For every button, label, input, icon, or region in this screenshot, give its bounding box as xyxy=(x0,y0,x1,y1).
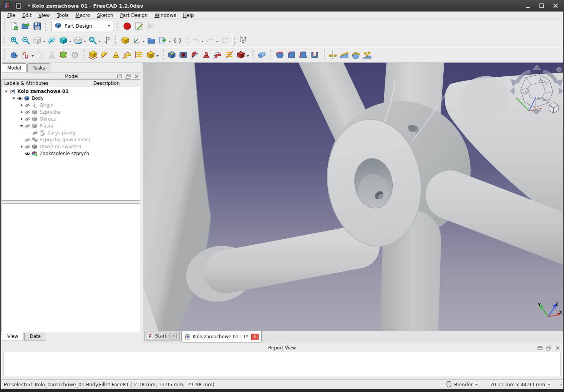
tree-column-description[interactable]: Description xyxy=(91,80,140,87)
mirrored-button[interactable] xyxy=(327,49,338,61)
link-actions-button[interactable] xyxy=(157,35,169,46)
nav-style-selector[interactable]: Blender xyxy=(454,382,473,387)
create-body-button[interactable] xyxy=(8,49,20,61)
menu-view[interactable]: View xyxy=(35,12,53,18)
expander-open-icon[interactable] xyxy=(12,96,17,101)
tree-item-kolo-zamachowe-01[interactable]: Kolo zamachowe 01 xyxy=(2,88,140,95)
title-bar[interactable]: * Kolo zamachowe 01 - FreeCAD 1.2.0dev xyxy=(0,0,564,12)
menu-part-design[interactable]: Part Design xyxy=(117,12,151,18)
eye-hidden-icon[interactable] xyxy=(25,103,32,108)
toolbar-handle[interactable] xyxy=(117,22,119,31)
menu-sketch[interactable]: Sketch xyxy=(93,12,116,18)
draft-button[interactable] xyxy=(297,49,309,61)
menu-tools[interactable]: Tools xyxy=(53,12,72,18)
additive-helix-button[interactable] xyxy=(133,49,145,61)
save-document-button[interactable] xyxy=(32,20,43,32)
undo-button[interactable] xyxy=(190,35,201,46)
subtractive-loft-button[interactable] xyxy=(201,49,212,61)
validate-sketch-button[interactable] xyxy=(58,49,69,61)
eye-hidden-icon[interactable] xyxy=(25,137,32,143)
linear-pattern-button[interactable] xyxy=(338,49,350,61)
redo-dropdown-arrow[interactable] xyxy=(216,41,218,43)
link-actions-dropdown-arrow[interactable] xyxy=(169,41,171,43)
pocket-button[interactable] xyxy=(166,49,177,61)
close-tab-button[interactable]: ✕ xyxy=(169,333,177,339)
redo-button[interactable] xyxy=(204,35,216,46)
tree-item-origin[interactable]: Origin xyxy=(2,102,140,109)
tree-item-body[interactable]: Body xyxy=(2,95,140,102)
expressions-button[interactable]: { } xyxy=(172,35,183,46)
coordinate-system-dropdown-arrow[interactable] xyxy=(143,41,145,43)
tree-item-otwor-na-sworzen[interactable]: Otwor na sworzen xyxy=(2,143,140,150)
thickness-button[interactable] xyxy=(309,49,320,61)
macro-dialog-button[interactable] xyxy=(133,20,144,32)
toolbar-handle[interactable] xyxy=(45,22,47,31)
boolean-operation-button[interactable] xyxy=(256,49,268,61)
toolbar-handle[interactable] xyxy=(162,50,164,60)
child-window-icon[interactable] xyxy=(14,2,23,10)
toolbar-handle[interactable] xyxy=(270,50,272,60)
draw-style-dropdown-arrow[interactable] xyxy=(43,41,45,43)
report-view-titlebar[interactable]: Report View xyxy=(0,344,564,351)
additive-loft-button[interactable] xyxy=(110,49,122,61)
toolbar-handle[interactable] xyxy=(323,50,325,60)
axonometric-view-button[interactable] xyxy=(58,35,69,46)
additive-primitive-dropdown-arrow[interactable] xyxy=(156,55,159,58)
measure-button[interactable] xyxy=(101,35,113,46)
axonometric-view-dropdown-arrow[interactable] xyxy=(69,41,71,43)
eye-hidden-icon[interactable] xyxy=(25,144,32,150)
menu-help[interactable]: Help xyxy=(179,12,197,18)
nav-style-dropdown-arrow[interactable] xyxy=(475,384,478,387)
tree-column-labels[interactable]: Labels & Attributes xyxy=(2,80,91,87)
coordinate-system-button[interactable] xyxy=(131,35,143,46)
eye-hidden-icon[interactable] xyxy=(25,109,32,115)
multitransform-button[interactable] xyxy=(362,49,373,61)
macro-execute-button[interactable] xyxy=(144,20,156,32)
property-tab-data[interactable]: Data xyxy=(24,332,46,341)
new-group-button[interactable] xyxy=(146,35,157,46)
toolbar-handle[interactable] xyxy=(186,36,187,45)
shape-binder-button[interactable] xyxy=(69,49,81,61)
expander-closed-icon[interactable] xyxy=(20,110,25,114)
create-sketch-button[interactable] xyxy=(20,49,32,61)
minimize-button[interactable] xyxy=(524,2,532,10)
menu-windows[interactable]: Windows xyxy=(151,12,179,18)
clipping-plane-button[interactable] xyxy=(72,35,84,46)
mdi-tab-start[interactable]: Start✕ xyxy=(144,331,180,341)
expander-open-icon[interactable] xyxy=(4,89,9,94)
pad-button[interactable] xyxy=(87,49,99,61)
eye-visible-icon[interactable] xyxy=(17,96,24,101)
tree-item-zarys-piasty[interactable]: Zarys piasty xyxy=(2,129,140,136)
tree-item-zaokraglenie-szprych[interactable]: Zaokraglenie szprych xyxy=(2,150,140,157)
expander-closed-icon[interactable] xyxy=(20,144,25,149)
dock-tab-model[interactable]: Model xyxy=(2,63,27,72)
eye-visible-icon[interactable] xyxy=(25,151,32,157)
maximize-button[interactable] xyxy=(538,2,546,10)
close-button[interactable] xyxy=(552,2,559,10)
toolbar-handle[interactable] xyxy=(4,36,6,45)
create-sketch-dropdown-arrow[interactable] xyxy=(32,55,34,58)
clipping-plane-dropdown-arrow[interactable] xyxy=(84,41,86,43)
panel-dock-icon[interactable] xyxy=(117,73,123,79)
fit-all-button[interactable] xyxy=(8,35,20,46)
resize-grip[interactable] xyxy=(558,382,562,388)
eye-hidden-icon[interactable] xyxy=(32,130,39,136)
subtractive-helix-button[interactable] xyxy=(224,49,235,61)
open-document-button[interactable] xyxy=(20,20,32,32)
tree-item-obrecz[interactable]: Obrecz xyxy=(2,116,140,122)
expander-closed-icon[interactable] xyxy=(20,103,25,108)
menu-macro[interactable]: Macro xyxy=(72,12,94,18)
mdi-tab-kolo-zamachowe-01-1[interactable]: Kolo zamachowe 01 : 1*✕ xyxy=(181,331,262,342)
polar-pattern-button[interactable] xyxy=(350,49,362,61)
subtractive-primitive-dropdown-arrow[interactable] xyxy=(247,55,249,58)
report-dock-icon[interactable] xyxy=(537,345,543,351)
new-document-button[interactable] xyxy=(8,20,20,32)
dock-tab-tasks[interactable]: Tasks xyxy=(27,63,50,72)
chamfer-button[interactable] xyxy=(286,49,297,61)
toolbar-handle[interactable] xyxy=(83,50,85,60)
panel-close-icon[interactable] xyxy=(134,73,139,79)
panel-title-bar[interactable]: Model xyxy=(2,72,141,80)
expander-closed-icon[interactable] xyxy=(20,117,25,121)
zoom-tools-dropdown-arrow[interactable] xyxy=(98,41,101,43)
revolution-button[interactable] xyxy=(99,49,110,61)
